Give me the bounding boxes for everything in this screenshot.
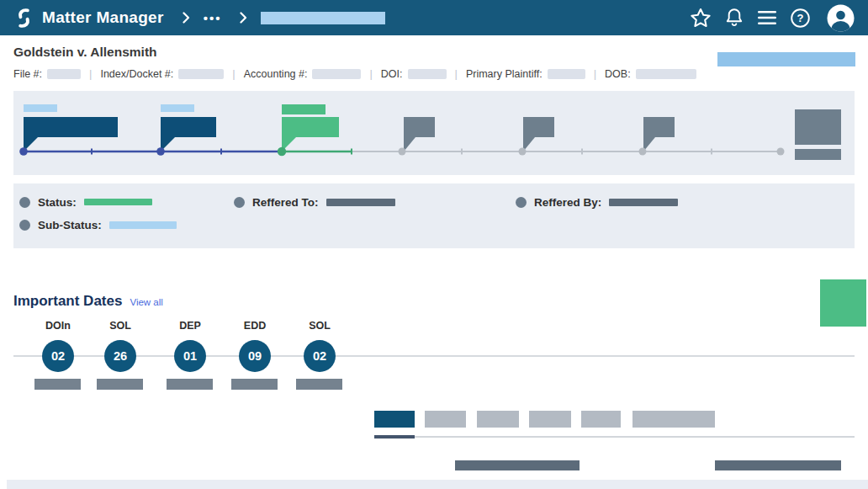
field-separator: |: [594, 67, 596, 80]
legend-label: Reffered To:: [252, 196, 319, 209]
legend-item-status: Status:: [19, 195, 152, 209]
timeline-node: [399, 148, 406, 156]
date-day-badge[interactable]: 02: [42, 340, 74, 372]
date-day-number: 02: [313, 349, 326, 363]
field-label-primary-plaintiff: Primary Plaintiff:: [466, 68, 542, 80]
date-item: DEP 01: [158, 320, 222, 392]
timeline-node: [278, 147, 286, 156]
date-day-number: 26: [114, 349, 127, 363]
tab[interactable]: [425, 411, 466, 428]
field-value-placeholder: [178, 69, 224, 79]
date-day-number: 01: [183, 349, 197, 363]
view-all-link[interactable]: View all: [130, 297, 162, 307]
field-separator: |: [89, 67, 92, 80]
legend-value-placeholder: [109, 221, 177, 229]
timeline-node: [519, 148, 527, 156]
matter-title: Goldstein v. Allensmith: [13, 45, 157, 60]
timeline-flag-completed-2[interactable]: [161, 104, 216, 151]
top-nav-actions: ?: [690, 4, 855, 32]
user-avatar-icon[interactable]: [827, 4, 855, 32]
timeline-flag-current[interactable]: [282, 104, 339, 151]
tab[interactable]: [529, 411, 571, 428]
breadcrumb-ellipsis[interactable]: •••: [204, 11, 222, 25]
breadcrumb-chevron-icon: [240, 12, 247, 24]
legend-label: Sub-Status:: [38, 219, 102, 231]
timeline-node: [156, 147, 165, 156]
field-label-accounting: Accounting #:: [244, 68, 308, 80]
field-separator: |: [232, 67, 235, 80]
date-type-label: SOL: [88, 320, 152, 332]
app-logo[interactable]: Matter Manager: [13, 8, 164, 29]
important-dates-header: Important Dates View all: [13, 293, 163, 310]
timeline-node: [777, 148, 785, 156]
field-separator: |: [369, 67, 372, 80]
date-type-label: SOL: [288, 320, 352, 332]
timeline-flag-completed-1[interactable]: [24, 104, 118, 151]
legend-item-reffered-to: Reffered To:: [234, 195, 395, 209]
matter-timeline-panel: [13, 91, 855, 175]
bottom-panel-edge: [7, 480, 868, 489]
date-type-label: DEP: [158, 320, 222, 332]
timeline-legend-panel: Status: Reffered To: Reffered By: Sub-St…: [13, 183, 855, 248]
date-day-number: 02: [51, 349, 65, 363]
field-value-placeholder: [408, 69, 447, 79]
tabs-underline: [374, 436, 855, 438]
matter-action-placeholder[interactable]: [717, 52, 855, 66]
date-type-label: DOIn: [26, 320, 90, 332]
important-dates-strip: DOIn 02 SOL 26 DEP 01 EDD 09: [13, 320, 855, 392]
date-item: EDD 09: [223, 320, 287, 392]
date-item: SOL 02: [288, 320, 352, 392]
legend-item-reffered-by: Reffered By:: [516, 195, 678, 209]
favorite-star-icon[interactable]: [690, 8, 712, 29]
date-detail-placeholder: [231, 379, 278, 390]
date-detail-placeholder: [167, 379, 213, 390]
timeline-flag-upcoming-1[interactable]: [404, 117, 435, 151]
breadcrumb-chevron-icon: [183, 12, 190, 24]
matter-manager-app: Matter Manager •••: [0, 0, 868, 489]
tab-active[interactable]: [374, 411, 415, 428]
date-day-badge[interactable]: 01: [174, 340, 206, 372]
legend-value-placeholder: [326, 199, 395, 206]
timeline-end-marker[interactable]: [795, 109, 841, 160]
app-logo-icon: [13, 8, 34, 29]
field-value-placeholder: [312, 69, 361, 79]
menu-hamburger-icon[interactable]: [757, 9, 777, 26]
legend-label: Status:: [38, 196, 77, 209]
breadcrumb-current-placeholder[interactable]: [261, 12, 385, 24]
legend-bullet-icon: [516, 197, 527, 208]
tab[interactable]: [477, 411, 519, 428]
top-nav-bar: Matter Manager •••: [0, 0, 868, 35]
date-detail-placeholder: [296, 379, 342, 390]
field-label-index-docket: Index/Docket #:: [100, 68, 173, 80]
date-item: SOL 26: [88, 320, 152, 392]
timeline-flag-upcoming-2[interactable]: [523, 117, 554, 151]
tab-active-indicator: [374, 435, 415, 439]
notifications-bell-icon[interactable]: [724, 7, 744, 29]
legend-bullet-icon: [19, 220, 30, 231]
date-detail-placeholder: [97, 379, 143, 390]
timeline-flag-upcoming-3[interactable]: [643, 117, 675, 151]
legend-value-placeholder: [84, 199, 152, 205]
date-day-badge[interactable]: 26: [104, 340, 136, 372]
field-separator: |: [455, 67, 458, 80]
timeline-node: [639, 148, 647, 156]
content-text-placeholder: [455, 460, 580, 470]
legend-item-sub-status: Sub-Status:: [19, 218, 177, 231]
timeline-node: [19, 147, 28, 156]
tab[interactable]: [632, 411, 715, 428]
field-value-placeholder: [47, 69, 81, 79]
help-icon[interactable]: ?: [790, 8, 811, 29]
date-day-badge[interactable]: 02: [304, 340, 336, 372]
date-day-badge[interactable]: 09: [239, 340, 271, 372]
legend-bullet-icon: [19, 197, 30, 208]
date-day-number: 09: [248, 349, 262, 363]
svg-text:?: ?: [797, 12, 804, 24]
important-dates-title: Important Dates: [13, 293, 122, 310]
field-value-placeholder: [548, 69, 585, 79]
tab[interactable]: [581, 411, 621, 428]
field-value-placeholder: [636, 69, 696, 79]
date-type-label: EDD: [223, 320, 287, 332]
date-detail-placeholder: [34, 379, 81, 390]
content-text-placeholder: [715, 460, 841, 470]
legend-label: Reffered By:: [534, 196, 601, 209]
